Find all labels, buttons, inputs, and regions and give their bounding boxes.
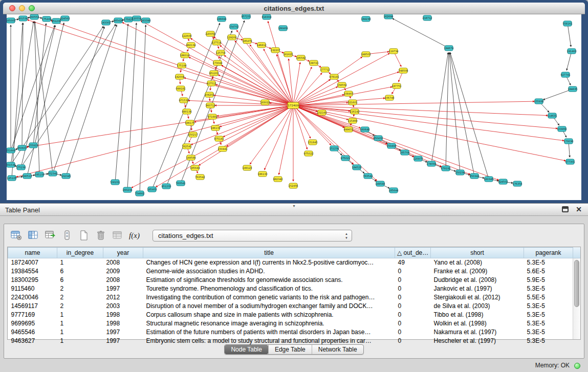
graph-node[interactable]: 558161	[562, 21, 572, 26]
graph-node[interactable]: 321601	[347, 100, 357, 105]
table-cell[interactable]: 19384554	[8, 267, 57, 276]
graph-node[interactable]: 899651	[343, 127, 353, 132]
graph-node[interactable]: 150234	[455, 170, 465, 175]
graph-node[interactable]: 186014	[180, 53, 189, 58]
new-table-button[interactable]	[77, 229, 91, 243]
table-cell[interactable]: 0	[395, 328, 431, 337]
graph-node[interactable]: 106748	[384, 95, 394, 100]
table-cell[interactable]: Investigating the contribution of common…	[143, 293, 395, 302]
graph-node[interactable]: 165704	[400, 150, 409, 155]
graph-node[interactable]: 748508	[398, 68, 408, 73]
graph-node[interactable]: 175230	[16, 165, 26, 170]
graph-node[interactable]: 154702	[229, 24, 238, 29]
graph-node[interactable]: 120554	[132, 16, 141, 21]
graph-node[interactable]: 163390	[141, 18, 150, 23]
table-cell[interactable]: 22420046	[8, 293, 57, 302]
table-row[interactable]: 946362711997Embryonic stem cells: a mode…	[8, 337, 573, 345]
graph-node[interactable]: 971881	[207, 114, 217, 119]
table-cell[interactable]: 9699695	[8, 319, 57, 328]
graph-node[interactable]: 150493	[386, 143, 396, 148]
graph-node[interactable]: 122608	[182, 33, 191, 38]
graph-node[interactable]: 818304	[262, 14, 271, 19]
graph-node[interactable]: 901534	[18, 16, 28, 21]
graph-node[interactable]: 185403	[147, 187, 157, 192]
column-header-in_degree[interactable]: in_degree	[57, 248, 103, 258]
table-cell[interactable]: de Silva et al. (2003)	[431, 302, 524, 311]
graph-node[interactable]: 248503	[361, 52, 371, 57]
column-header-name[interactable]: name	[8, 248, 57, 258]
column-header-year[interactable]: year	[103, 248, 143, 258]
graph-node[interactable]: 132207	[270, 48, 280, 53]
table-cell[interactable]: 1997	[103, 337, 143, 345]
column-header-pagerank[interactable]: pagerank	[524, 248, 573, 258]
graph-node[interactable]: 762541	[182, 144, 191, 149]
graph-node[interactable]: 195133	[34, 172, 44, 177]
graph-node[interactable]: 166409	[278, 26, 288, 31]
graph-node[interactable]: 127514	[211, 40, 221, 45]
graph-node[interactable]: 184238	[361, 16, 371, 21]
graph-node[interactable]: 132160	[317, 110, 326, 115]
table-cell[interactable]: 1998	[103, 319, 143, 328]
graph-node[interactable]: 186694	[216, 16, 226, 21]
table-cell[interactable]: Tibbo et al. (1998)	[431, 311, 524, 319]
graph-node[interactable]: 679192	[441, 166, 450, 171]
table-cell[interactable]: Wolkin et al. (1998)	[431, 319, 524, 328]
graph-node[interactable]: 195582	[296, 55, 306, 60]
table-cell[interactable]: 5.5E-5	[524, 293, 573, 302]
table-cell[interactable]: Changes of HCN gene expression and I(f) …	[143, 258, 395, 267]
table-row[interactable]: 911546021997Tourette syndrome. Phenomeno…	[8, 285, 573, 293]
graph-node[interactable]: 880134	[182, 109, 191, 114]
graph-node[interactable]: 754662	[135, 191, 144, 196]
graph-node[interactable]: 160648	[360, 127, 369, 132]
table-cell[interactable]: 2	[57, 293, 103, 302]
table-row[interactable]: 969969511998Structural magnetic resonanc…	[8, 319, 573, 328]
graph-node[interactable]: 218712	[422, 15, 432, 20]
graph-node[interactable]: 151234	[329, 146, 339, 151]
table-cell[interactable]: Jankovic et al. (1997)	[431, 285, 524, 293]
graph-node[interactable]: 160553	[29, 14, 39, 19]
graph-node[interactable]: 119734	[388, 49, 398, 54]
graph-node[interactable]: 590513	[22, 173, 32, 179]
graph-node[interactable]: 152456	[288, 183, 298, 188]
graph-node[interactable]: 360712	[205, 103, 215, 108]
graph-node[interactable]: 160345	[484, 177, 493, 182]
graph-node[interactable]: 184523	[352, 165, 361, 170]
close-panel-icon[interactable]: ✕	[576, 206, 582, 213]
graph-node[interactable]: 978191	[329, 74, 339, 79]
graph-node[interactable]: 251669	[7, 148, 16, 153]
scrollbar-thumb[interactable]	[574, 260, 579, 307]
table-row[interactable]: 2242004622012Investigating the contribut…	[8, 293, 573, 302]
column-header-short[interactable]: short	[431, 248, 524, 258]
graph-node[interactable]: 142004	[175, 74, 184, 79]
table-cell[interactable]: 2003	[103, 302, 143, 311]
import-table-button[interactable]	[43, 229, 57, 243]
table-cell[interactable]: Yano et al. (2008)	[431, 258, 524, 267]
table-cell[interactable]: 5.3E-5	[524, 337, 573, 345]
graph-node[interactable]: 115469	[347, 118, 357, 123]
graph-node[interactable]: 850431	[373, 136, 383, 141]
table-row[interactable]: 1456911722003Disruption of a novel membe…	[8, 302, 573, 311]
graph-node[interactable]: 184635	[568, 86, 577, 92]
table-cell[interactable]: 0	[395, 311, 431, 319]
graph-node[interactable]: 677301	[565, 159, 575, 164]
table-cell[interactable]: 18724007	[8, 258, 57, 267]
graph-node[interactable]: 125754	[215, 50, 225, 55]
table-cell[interactable]: Franke et al. (2009)	[431, 267, 524, 276]
network-canvas[interactable]: 1650059015341605531752479512368245631433…	[7, 14, 581, 200]
table-cell[interactable]: 1	[57, 328, 103, 337]
table-row[interactable]: 1830029562008Estimation of significance …	[8, 276, 573, 285]
graph-node[interactable]: 824563	[60, 16, 70, 21]
graph-node[interactable]: 186133	[210, 125, 220, 130]
table-cell[interactable]: 2	[57, 285, 103, 293]
graph-node[interactable]: 951203	[209, 71, 219, 76]
table-cell[interactable]: 14569117	[8, 302, 57, 311]
minimize-window-button[interactable]	[19, 5, 25, 11]
graph-node[interactable]: 186133	[257, 171, 267, 177]
graph-node[interactable]: 985426	[113, 18, 123, 23]
graph-node[interactable]: 172409	[288, 102, 299, 108]
close-window-button[interactable]	[9, 5, 15, 11]
table-cell[interactable]: 0	[395, 285, 431, 293]
graph-node[interactable]: 185644	[190, 165, 200, 170]
table-cell[interactable]: Nakamura et al. (1997)	[431, 328, 524, 337]
table-cell[interactable]: Stergiakouli et al. (2012)	[431, 293, 524, 302]
